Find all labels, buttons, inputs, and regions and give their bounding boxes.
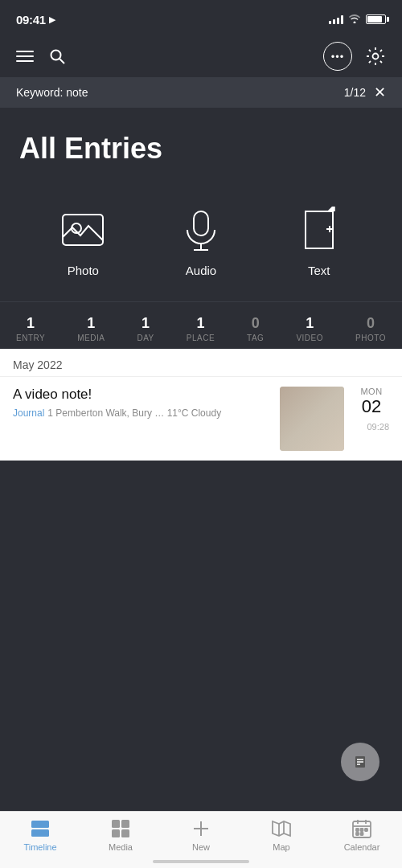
svg-rect-0 — [16, 51, 34, 52]
calendar-icon — [351, 818, 372, 839]
stat-video-label: VIDEO — [296, 334, 323, 342]
entry-right: MON 02 09:28 — [354, 387, 389, 432]
new-entry-options: Photo Audio — [0, 182, 402, 293]
entry-thumbnail — [280, 387, 344, 451]
text-entry-option[interactable]: Text — [295, 206, 343, 277]
svg-rect-23 — [31, 829, 49, 837]
close-keyword-button[interactable]: ✕ — [374, 85, 386, 100]
stat-photo-value: 0 — [367, 315, 375, 332]
map-icon — [271, 818, 292, 839]
home-indicator — [153, 860, 249, 863]
stat-tag: 0 TAG — [247, 315, 264, 342]
menu-button[interactable] — [16, 47, 34, 65]
page-title: All Entries — [0, 108, 402, 174]
photo-icon — [59, 206, 107, 254]
stat-day: 1 DAY — [137, 315, 154, 342]
svg-point-5 — [373, 54, 379, 59]
photo-entry-option[interactable]: Photo — [59, 206, 107, 277]
more-button[interactable]: ••• — [323, 42, 352, 71]
audio-entry-option[interactable]: Audio — [177, 206, 225, 277]
media-icon — [110, 818, 131, 839]
status-icons — [329, 12, 386, 27]
stat-tag-value: 0 — [252, 315, 260, 332]
keyword-right: 1/12 ✕ — [344, 85, 386, 100]
timeline-icon — [30, 818, 51, 839]
audio-icon — [177, 206, 225, 254]
top-nav: ••• — [0, 35, 402, 77]
entry-content: A video note! Journal 1 Pemberton Walk, … — [13, 387, 270, 419]
entry-day-name: MON — [360, 387, 382, 396]
location-icon: ▶ — [49, 14, 55, 25]
stat-place-label: PLACE — [187, 334, 215, 342]
stat-place-value: 1 — [196, 315, 204, 332]
stat-media-label: MEDIA — [77, 334, 105, 342]
signal-bars-icon — [329, 14, 343, 24]
tab-timeline[interactable]: Timeline — [16, 818, 64, 852]
search-button[interactable] — [48, 47, 66, 65]
stat-media: 1 MEDIA — [77, 315, 105, 342]
svg-rect-25 — [121, 820, 129, 828]
stat-day-label: DAY — [137, 334, 154, 342]
svg-rect-37 — [361, 829, 363, 831]
table-row[interactable]: A video note! Journal 1 Pemberton Walk, … — [0, 376, 402, 461]
svg-rect-36 — [356, 829, 359, 831]
top-nav-left — [16, 47, 66, 65]
main-content: All Entries Photo Audio — [0, 108, 402, 477]
stat-day-value: 1 — [142, 315, 150, 332]
stat-tag-label: TAG — [247, 334, 264, 342]
keyword-bar: Keyword: note 1/12 ✕ — [0, 77, 402, 108]
entry-location: 1 Pemberton Walk, Bury … 11°C Cloudy — [47, 407, 221, 419]
stat-entry-value: 1 — [27, 315, 35, 332]
svg-rect-40 — [361, 833, 363, 835]
keyword-count: 1/12 — [344, 86, 366, 99]
stat-media-value: 1 — [87, 315, 95, 332]
entry-title: A video note! — [13, 387, 270, 403]
svg-rect-27 — [121, 829, 129, 837]
stat-photo: 0 PHOTO — [355, 315, 386, 342]
keyword-label: Keyword: note — [16, 86, 88, 99]
tab-calendar[interactable]: Calendar — [338, 818, 386, 852]
stats-bar: 1 ENTRY 1 MEDIA 1 DAY 1 PLACE 0 TAG 1 VI… — [0, 301, 402, 349]
tab-timeline-label: Timeline — [23, 842, 56, 852]
entry-journal: Journal — [13, 407, 44, 419]
top-nav-right: ••• — [323, 42, 386, 71]
svg-rect-6 — [63, 215, 103, 245]
text-label: Text — [308, 264, 330, 277]
stat-entry: 1 ENTRY — [16, 315, 45, 342]
stat-video-value: 1 — [306, 315, 314, 332]
tab-media[interactable]: Media — [96, 818, 145, 852]
new-icon — [191, 818, 211, 839]
stat-video: 1 VIDEO — [296, 315, 323, 342]
month-header: May 2022 — [0, 349, 402, 376]
audio-label: Audio — [186, 264, 216, 277]
settings-button[interactable] — [365, 46, 386, 67]
tab-calendar-label: Calendar — [344, 842, 380, 852]
text-icon — [295, 206, 343, 254]
entry-day-num: 02 — [362, 396, 381, 417]
stat-place: 1 PLACE — [187, 315, 215, 342]
svg-rect-22 — [31, 821, 49, 828]
status-time: 09:41 — [16, 13, 46, 27]
entries-list: May 2022 A video note! Journal 1 Pembert… — [0, 349, 402, 461]
svg-rect-8 — [194, 211, 208, 235]
svg-rect-2 — [16, 60, 34, 62]
entry-time: 09:28 — [367, 422, 389, 432]
svg-rect-1 — [16, 55, 34, 57]
svg-rect-39 — [356, 833, 359, 835]
fab-button[interactable] — [341, 743, 379, 781]
more-icon: ••• — [331, 51, 345, 63]
entry-meta: Journal 1 Pemberton Walk, Bury … 11°C Cl… — [13, 407, 270, 419]
svg-rect-38 — [365, 829, 367, 831]
status-bar: 09:41 ▶ — [0, 0, 402, 35]
svg-line-4 — [59, 59, 64, 63]
tab-new-label: New — [192, 842, 210, 852]
tab-map[interactable]: Map — [257, 818, 306, 852]
photo-label: Photo — [68, 264, 99, 277]
stat-entry-label: ENTRY — [16, 334, 45, 342]
wifi-icon — [348, 12, 361, 27]
tab-map-label: Map — [273, 842, 289, 852]
tab-media-label: Media — [109, 842, 133, 852]
battery-icon — [366, 14, 386, 24]
entry-date-badge: MON 02 — [354, 387, 389, 417]
tab-new[interactable]: New — [177, 818, 225, 852]
